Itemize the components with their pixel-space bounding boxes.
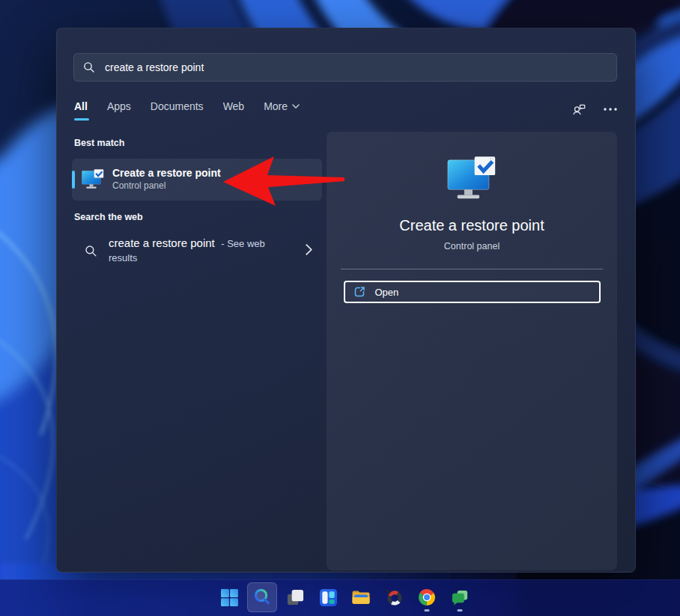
chat-icon bbox=[451, 588, 470, 607]
best-match-result[interactable]: Create a restore point Control panel bbox=[72, 159, 322, 201]
taskbar-chat-button[interactable] bbox=[445, 582, 475, 612]
chevron-right-icon bbox=[306, 244, 312, 255]
preview-title: Create a restore point bbox=[327, 217, 617, 234]
divider bbox=[341, 269, 603, 269]
chrome-icon bbox=[417, 588, 437, 607]
search-box[interactable] bbox=[73, 53, 617, 82]
web-search-result[interactable]: create a restore point - See web results bbox=[72, 229, 322, 272]
search-icon bbox=[252, 588, 272, 607]
result-preview-pane: Create a restore point Control panel Ope… bbox=[327, 132, 617, 570]
taskbar bbox=[0, 579, 680, 616]
restore-point-monitor-icon bbox=[447, 156, 497, 202]
taskbar-search-button[interactable] bbox=[247, 582, 277, 612]
taskbar-widgets-button[interactable] bbox=[313, 582, 343, 612]
taskbar-start-button[interactable] bbox=[214, 582, 244, 612]
tab-all[interactable]: All bbox=[74, 100, 88, 112]
open-button[interactable]: Open bbox=[344, 281, 601, 303]
restore-point-monitor-icon bbox=[82, 169, 104, 190]
search-icon bbox=[83, 61, 95, 73]
user-options-icon[interactable] bbox=[571, 102, 587, 118]
taskbar-task-view-button[interactable] bbox=[280, 582, 310, 612]
best-match-subtitle: Control panel bbox=[112, 180, 221, 192]
search-input[interactable] bbox=[103, 61, 607, 74]
best-match-label: Best match bbox=[74, 138, 124, 148]
selection-accent-bar bbox=[72, 171, 75, 189]
windows-start-icon bbox=[220, 588, 239, 607]
tab-more[interactable]: More bbox=[264, 100, 300, 112]
best-match-title: Create a restore point bbox=[112, 167, 221, 180]
utility-app-icon bbox=[385, 588, 404, 607]
search-icon bbox=[85, 245, 97, 257]
tab-apps[interactable]: Apps bbox=[107, 100, 131, 112]
task-view-icon bbox=[286, 588, 305, 607]
search-filter-tabs: All Apps Documents Web More bbox=[74, 100, 300, 112]
web-result-query: create a restore point bbox=[109, 237, 215, 249]
taskbar-chrome-button[interactable] bbox=[412, 582, 442, 612]
running-indicator bbox=[425, 609, 430, 612]
file-explorer-icon bbox=[351, 588, 371, 607]
open-external-icon bbox=[353, 286, 365, 298]
chevron-down-icon bbox=[292, 104, 300, 109]
ellipsis-icon[interactable] bbox=[604, 108, 617, 111]
taskbar-utility-app-button[interactable] bbox=[379, 582, 409, 612]
taskbar-file-explorer-button[interactable] bbox=[346, 582, 376, 612]
tab-documents[interactable]: Documents bbox=[151, 100, 204, 112]
search-the-web-label: Search the web bbox=[74, 212, 143, 222]
tab-more-label: More bbox=[264, 100, 288, 112]
open-button-label: Open bbox=[375, 287, 399, 298]
running-indicator bbox=[458, 609, 463, 612]
widgets-icon bbox=[319, 588, 338, 607]
preview-subtitle: Control panel bbox=[327, 241, 617, 251]
search-panel: All Apps Documents Web More Best match bbox=[56, 28, 636, 573]
tab-web[interactable]: Web bbox=[223, 100, 245, 112]
